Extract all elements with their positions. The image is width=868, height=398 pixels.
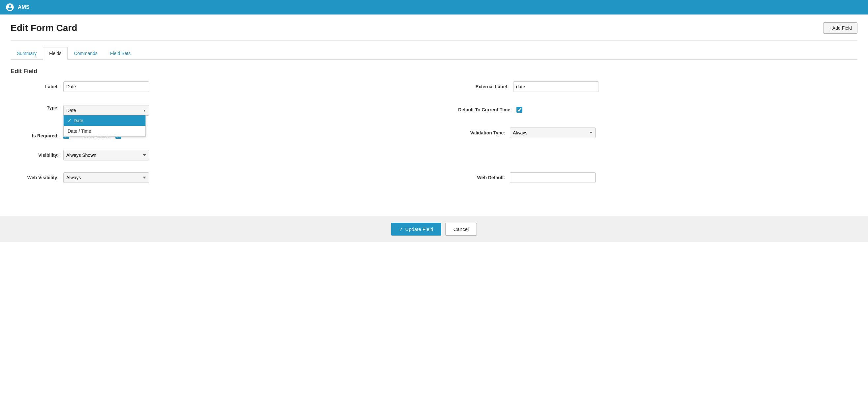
row-label-external: Label: External Label: (10, 81, 858, 98)
type-dropdown-arrow: ▼ (143, 109, 146, 112)
default-time-label: Default To Current Time: (447, 107, 517, 112)
web-default-label: Web Default: (447, 175, 510, 180)
update-field-button[interactable]: ✓ Update Field (391, 223, 441, 236)
type-field-group: Type: Date ▼ ✓ Date Date / Time (10, 104, 434, 115)
add-field-button[interactable]: + Add Field (823, 23, 858, 34)
web-default-input[interactable] (510, 172, 596, 183)
type-dropdown-menu: ✓ Date Date / Time (63, 115, 146, 137)
row-visibility: Visibility: Always Shown Hidden Conditio… (10, 150, 858, 166)
type-field-label: Type: (10, 105, 63, 110)
edit-field-form: Label: External Label: Type: Date ▼ (10, 81, 858, 189)
type-option-datetime-label: Date / Time (68, 129, 91, 134)
tab-field-sets[interactable]: Field Sets (104, 47, 137, 60)
is-required-label: Is Required: (10, 133, 63, 138)
validation-type-label: Validation Type: (447, 130, 510, 135)
page-title-row: Edit Form Card + Add Field (10, 23, 858, 34)
cancel-button[interactable]: Cancel (445, 223, 477, 236)
type-option-date[interactable]: ✓ Date (64, 115, 146, 126)
page-title: Edit Form Card (10, 23, 77, 33)
visibility-group: Visibility: Always Shown Hidden Conditio… (10, 150, 441, 161)
visibility-label: Visibility: (10, 153, 63, 158)
default-time-checkbox[interactable] (517, 107, 522, 113)
label-field-group: Label: (10, 81, 434, 92)
app-title: AMS (18, 4, 30, 10)
external-label-input[interactable] (513, 81, 599, 92)
type-dropdown-wrapper: Date ▼ ✓ Date Date / Time (63, 105, 149, 115)
web-visibility-select[interactable]: Always Never (63, 172, 149, 183)
row-type-default: Type: Date ▼ ✓ Date Date / Time (10, 104, 858, 122)
app-header: AMS (0, 0, 868, 14)
main-content: Edit Form Card + Add Field Summary Field… (0, 14, 868, 203)
tab-fields[interactable]: Fields (43, 47, 68, 60)
update-field-label: Update Field (405, 226, 433, 232)
web-visibility-group: Web Visibility: Always Never (10, 172, 434, 183)
row-web-visibility-default: Web Visibility: Always Never Web Default… (10, 172, 858, 189)
type-dropdown-trigger[interactable]: Date ▼ (63, 105, 149, 115)
type-option-datetime[interactable]: Date / Time (64, 126, 146, 136)
update-checkmark-icon: ✓ (399, 226, 403, 232)
label-input[interactable] (63, 81, 149, 92)
tab-commands[interactable]: Commands (68, 47, 104, 60)
type-option-date-label: Date (73, 118, 84, 123)
validation-type-select[interactable]: Always Never (510, 128, 596, 138)
visibility-select[interactable]: Always Shown Hidden Conditional (63, 150, 149, 161)
page-divider (10, 40, 858, 40)
type-selected-value: Date (66, 108, 76, 113)
tab-summary[interactable]: Summary (10, 47, 43, 60)
app-icon (5, 3, 14, 12)
default-time-group: Default To Current Time: (434, 104, 858, 115)
external-label-label: External Label: (447, 84, 513, 89)
web-default-group: Web Default: (434, 172, 858, 183)
web-visibility-label: Web Visibility: (10, 175, 63, 180)
type-option-date-check: ✓ (68, 118, 71, 123)
tab-bar: Summary Fields Commands Field Sets (10, 47, 858, 60)
visibility-right-spacer (441, 150, 858, 166)
section-title: Edit Field (10, 68, 858, 75)
label-field-label: Label: (10, 84, 63, 89)
external-label-field-group: External Label: (434, 81, 858, 92)
footer-bar: ✓ Update Field Cancel (0, 216, 868, 242)
validation-type-group: Validation Type: Always Never (434, 128, 858, 138)
